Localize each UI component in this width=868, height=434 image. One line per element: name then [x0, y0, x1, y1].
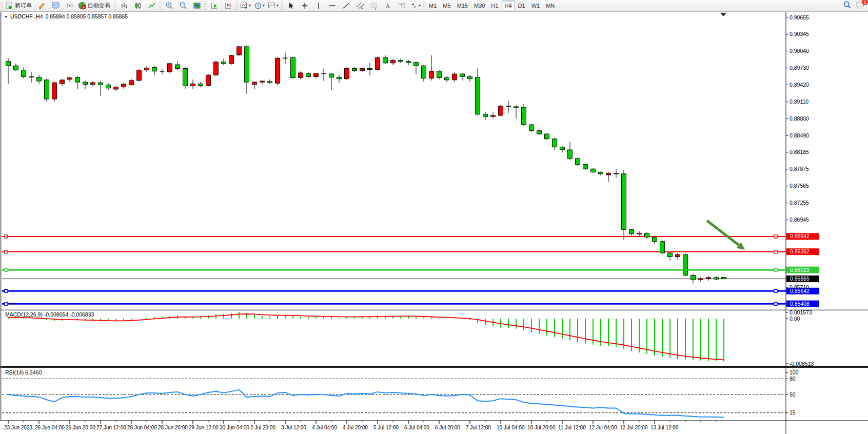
auto-scroll-button[interactable]	[207, 0, 221, 11]
line-handle[interactable]	[774, 289, 777, 292]
market-watch-button[interactable]	[49, 0, 63, 11]
zoom-out-button[interactable]	[176, 0, 190, 11]
svg-text:A: A	[386, 3, 390, 9]
price-tick-label: 0.89110	[790, 98, 808, 105]
line-handle[interactable]	[5, 289, 8, 292]
text-label-icon: T	[398, 2, 406, 10]
price-tag-text: 0.86642	[790, 233, 810, 239]
timeframe-mn-button[interactable]: MN	[543, 1, 558, 10]
toolbar-grip	[1, 2, 3, 10]
bar-chart-button[interactable]	[117, 0, 131, 11]
time-tick-label: 29 Jun 12:00	[189, 425, 219, 430]
crosshair-button[interactable]	[298, 0, 311, 11]
timeframe-m15-button[interactable]: M15	[454, 1, 471, 10]
time-tick-label: 30 Jun 04:00	[220, 425, 249, 430]
time-tick-label: 11 Jul 12:00	[558, 425, 586, 430]
price-tag-text: 0.86029	[790, 267, 810, 273]
price-tick-label: 0.89420	[790, 82, 809, 88]
line-handle[interactable]	[774, 268, 777, 271]
timeframe-h4-button[interactable]: H4	[502, 1, 515, 10]
toolbar-grip	[281, 2, 283, 10]
price-tick-label: 0.88800	[790, 115, 809, 122]
text-icon: A	[384, 2, 392, 10]
chart-canvas[interactable]: 0.866420.863620.860290.858650.856420.854…	[0, 11, 868, 434]
collapse-chart-icon[interactable]: ▼	[4, 15, 8, 18]
time-tick-label: 7 Jul 12:00	[466, 425, 491, 430]
line-handle[interactable]	[774, 235, 777, 238]
vertical-line-button[interactable]	[311, 0, 325, 11]
time-tick-label: 4 Jul 20:00	[343, 425, 368, 430]
price-tick-label: 0.90345	[790, 31, 809, 37]
indicators-button[interactable]: ▾	[239, 0, 252, 11]
line-chart-button[interactable]	[145, 0, 159, 11]
macd-signal-value: -0.006833	[70, 311, 94, 318]
time-tick-label: 26 Jun 04:00	[35, 425, 65, 430]
price-tick-label: 0.90655	[790, 14, 809, 21]
zoom-out-icon	[179, 2, 187, 10]
periods-button[interactable]: ▾	[252, 0, 266, 11]
timeframe-m1-button[interactable]: M1	[426, 1, 440, 10]
svg-text:F: F	[375, 7, 377, 10]
line-handle[interactable]	[5, 268, 8, 271]
svg-text:E: E	[361, 6, 363, 9]
toolbar: 新订单 自动交易	[0, 0, 868, 11]
search-button[interactable]	[843, 1, 852, 10]
text-label-button[interactable]: T	[394, 0, 408, 11]
new-order-label: 新订单	[15, 2, 32, 9]
tile-windows-icon	[193, 2, 201, 10]
trendline-button[interactable]	[339, 0, 353, 11]
horizontal-line-button[interactable]	[325, 0, 339, 11]
bar-chart-icon	[120, 2, 128, 10]
macd-indicator-label: MACD(12,26,9) -0.008054 -0.006833	[5, 311, 94, 318]
rsi-name: RSI(14)	[5, 369, 24, 376]
toolbar-grip	[423, 2, 425, 10]
chat-button[interactable]: 1	[856, 1, 865, 10]
equidistant-channel-button[interactable]: E	[353, 0, 367, 11]
tile-windows-button[interactable]	[190, 0, 204, 11]
chat-badge: 1	[862, 0, 868, 5]
cursor-button[interactable]	[284, 0, 298, 11]
candlestick-chart-icon	[134, 2, 142, 10]
price-tick-label: 0.89730	[790, 65, 809, 71]
dropdown-arrow: ▾	[263, 3, 265, 8]
text-button[interactable]: A	[381, 0, 394, 11]
autotrading-button[interactable]: 自动交易	[76, 0, 113, 11]
zoom-in-button[interactable]	[162, 0, 176, 11]
signals-button[interactable]	[63, 0, 76, 11]
rsi-tick-label: 15	[790, 409, 796, 416]
line-handle[interactable]	[5, 250, 8, 253]
fibonacci-button[interactable]: F	[367, 0, 381, 11]
line-handle[interactable]	[5, 302, 8, 305]
price-tick-label: 0.88490	[790, 132, 809, 139]
clock-icon	[254, 2, 262, 10]
market-watch-icon	[52, 2, 60, 10]
toolbar-grip	[159, 2, 162, 10]
new-order-button[interactable]: 新订单	[4, 0, 35, 11]
time-tick-label: 23 Jun 2023	[4, 425, 32, 430]
price-tick-label: 0.85710	[790, 284, 809, 290]
metaeditor-button[interactable]	[35, 0, 49, 11]
timeframe-w1-button[interactable]: W1	[528, 1, 543, 10]
price-tick-label: 0.87875	[790, 166, 809, 172]
fibonacci-icon: F	[370, 2, 378, 10]
arrows-button[interactable]: ▾	[408, 0, 422, 11]
line-handle[interactable]	[774, 302, 777, 305]
rsi-value: 6.3460	[25, 369, 42, 376]
dropdown-arrow: ▾	[249, 3, 251, 8]
time-tick-label: 26 Jun 20:00	[66, 425, 95, 430]
rsi-tick-label: 80	[790, 376, 796, 382]
candlestick-chart-button[interactable]	[131, 0, 145, 11]
timeframe-m5-button[interactable]: M5	[440, 1, 453, 10]
time-tick-label: 13 Jul 12:00	[650, 425, 679, 430]
equidistant-channel-icon: E	[356, 2, 364, 10]
timeframe-h1-button[interactable]: H1	[488, 1, 501, 10]
cursor-icon	[287, 2, 295, 10]
timeframe-d1-button[interactable]: D1	[515, 1, 528, 10]
line-handle[interactable]	[5, 235, 8, 238]
timeframe-toolbar: M1M5M15M30H1H4D1W1MN	[426, 1, 558, 10]
timeframe-m30-button[interactable]: M30	[471, 1, 488, 10]
chart-shift-button[interactable]	[221, 0, 235, 11]
chart-title-bar[interactable]: ▼ USDCHF-,H4 0.85894 0.85905 0.85857 0.8…	[4, 13, 128, 19]
templates-button[interactable]: ▾	[266, 0, 280, 11]
line-handle[interactable]	[774, 250, 777, 253]
